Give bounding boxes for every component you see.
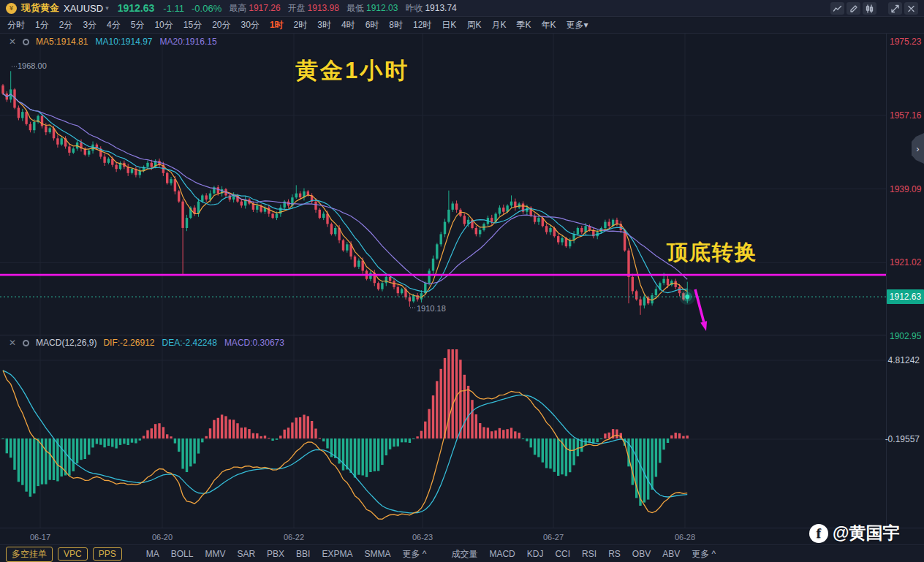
macd-histogram-bar <box>287 428 289 438</box>
sub-indicator-MACD[interactable]: MACD <box>489 549 515 559</box>
macd-close-icon[interactable]: ✕ <box>9 338 16 348</box>
candle-body <box>389 277 391 281</box>
toolbar-button-多空挂单[interactable]: 多空挂单 <box>6 547 53 562</box>
candle-body <box>643 297 645 305</box>
candle-body <box>295 194 298 198</box>
toolbar-button-PPS[interactable]: PPS <box>93 547 122 561</box>
candle-body <box>33 122 35 130</box>
macd-histogram-bar <box>209 428 211 438</box>
candle-body <box>549 228 551 232</box>
macd-histogram-bar <box>314 429 317 439</box>
macd-histogram-bar <box>49 438 51 480</box>
macd-histogram-bar <box>61 438 63 476</box>
macd-histogram-bar <box>432 395 434 438</box>
main-indicator-SMMA[interactable]: SMMA <box>364 549 390 559</box>
macd-histogram-bar <box>487 428 489 438</box>
candle-body <box>115 165 117 170</box>
macd-histogram-bar <box>326 438 328 449</box>
candle-body <box>103 156 105 162</box>
candle-body <box>181 202 183 228</box>
candle-body <box>393 281 395 287</box>
macd-histogram-bar <box>158 423 160 438</box>
macd-histogram-bar <box>600 438 602 439</box>
macd-histogram-bar <box>241 428 243 438</box>
last-candle-dot <box>685 295 689 299</box>
ma-close-icon[interactable]: ✕ <box>9 37 16 47</box>
candle-body <box>447 210 450 222</box>
macd-histogram-bar <box>534 438 536 455</box>
macd-legend-item: DEA:-2.42248 <box>162 338 216 348</box>
ma-settings-icon[interactable] <box>23 39 29 45</box>
macd-histogram-bar <box>151 428 153 438</box>
candle-body <box>675 281 677 287</box>
candle-body <box>577 228 579 234</box>
macd-histogram-bar <box>139 438 141 441</box>
candle-body <box>1 86 4 94</box>
time-axis-label: 06-22 <box>284 533 304 542</box>
sub-indicator-ABV[interactable]: ABV <box>662 549 680 559</box>
macd-histogram-bar <box>604 433 606 438</box>
candle-body <box>342 240 344 251</box>
candle-body <box>432 259 434 271</box>
candle-body <box>18 108 20 118</box>
main-indicator-MMV[interactable]: MMV <box>205 549 225 559</box>
main-indicator-PBX[interactable]: PBX <box>267 549 284 559</box>
macd-histogram-bar <box>499 428 501 438</box>
candle-body <box>319 210 321 218</box>
candle-body <box>678 287 681 293</box>
ma-legend-item: MA10:1914.97 <box>95 37 152 47</box>
macd-histogram-bar <box>162 427 164 438</box>
candle-body <box>174 179 176 191</box>
main-indicator-MA[interactable]: MA <box>146 549 159 559</box>
main-indicator-SAR[interactable]: SAR <box>237 549 255 559</box>
main-indicator-EXPMA[interactable]: EXPMA <box>322 549 352 559</box>
macd-histogram-bar <box>205 436 208 438</box>
macd-histogram-bar <box>397 438 399 447</box>
macd-histogram-bar <box>436 381 438 438</box>
macd-histogram-bar <box>506 429 508 438</box>
price-axis-label: 1957.16 <box>890 110 924 121</box>
candle-body <box>385 277 387 283</box>
candle-body <box>627 251 629 277</box>
sub-indicator-OBV[interactable]: OBV <box>632 549 651 559</box>
macd-histogram-bar <box>475 414 477 438</box>
macd-histogram-bar <box>537 438 539 457</box>
macd-histogram-bar <box>244 428 246 438</box>
toolbar-button-VPC[interactable]: VPC <box>58 547 88 561</box>
sub-indicator-RS[interactable]: RS <box>608 549 621 559</box>
macd-histogram-bar <box>99 438 102 445</box>
macd-histogram-bar <box>662 438 664 449</box>
macd-histogram-bar <box>647 438 649 500</box>
macd-histogram-bar <box>514 431 516 438</box>
candle-body <box>29 124 31 130</box>
macd-histogram-bar <box>389 438 391 449</box>
macd-histogram-bar <box>127 438 129 445</box>
sub-indicator-CCI[interactable]: CCI <box>555 549 570 559</box>
candle-body <box>146 163 148 167</box>
macd-histogram-bar <box>616 430 618 439</box>
main-indicator-BOLL[interactable]: BOLL <box>171 549 194 559</box>
candle-body <box>377 283 379 289</box>
main-indicator-BBI[interactable]: BBI <box>296 549 310 559</box>
macd-histogram-bar <box>526 438 528 441</box>
macd-histogram-bar <box>174 438 176 444</box>
main-indicator-更多 ^[interactable]: 更多 ^ <box>402 548 426 561</box>
candle-body <box>452 204 454 210</box>
sub-indicator-RSI[interactable]: RSI <box>582 549 597 559</box>
macd-settings-icon[interactable] <box>23 340 29 346</box>
macd-histogram-bar <box>482 427 485 438</box>
chart-canvas[interactable] <box>0 0 924 562</box>
macd-histogram-bar <box>467 386 469 438</box>
candle-body <box>357 261 360 267</box>
candle-body <box>68 147 70 153</box>
facebook-icon: f <box>809 524 828 543</box>
candle-body <box>537 218 539 222</box>
sub-indicator-更多 ^[interactable]: 更多 ^ <box>692 548 716 561</box>
macd-histogram-bar <box>686 436 689 438</box>
candle-body <box>409 297 411 302</box>
macd-histogram-bar <box>299 417 301 438</box>
macd-histogram-bar <box>565 438 567 476</box>
macd-histogram-bar <box>319 438 321 438</box>
sub-indicator-成交量[interactable]: 成交量 <box>451 548 477 561</box>
sub-indicator-KDJ[interactable]: KDJ <box>527 549 544 559</box>
